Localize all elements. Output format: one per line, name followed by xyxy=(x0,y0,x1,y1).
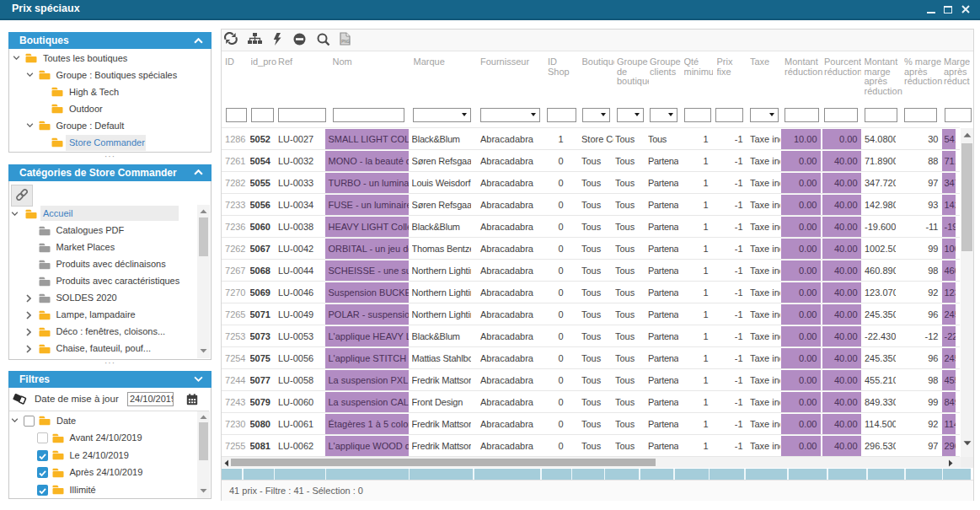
svg-text:PNG: PNG xyxy=(341,40,350,44)
